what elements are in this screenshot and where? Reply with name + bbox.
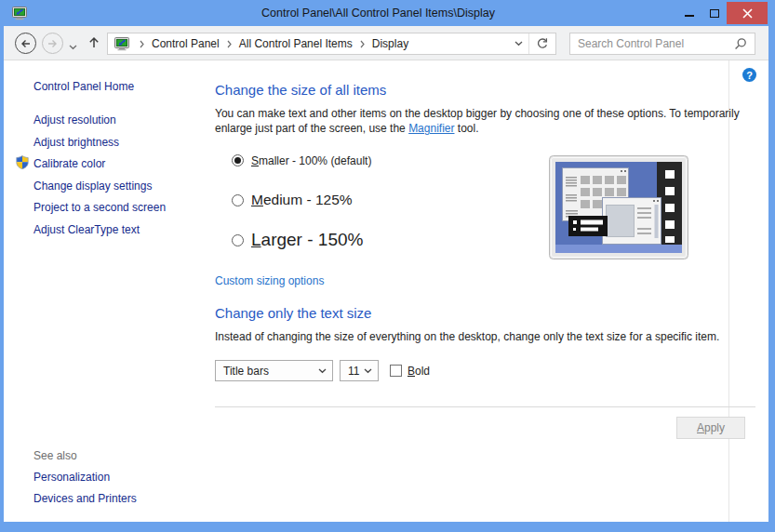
forward-button[interactable]	[42, 33, 63, 54]
sidebar-item-control-panel-home[interactable]: Control Panel Home	[33, 80, 134, 93]
search-box	[569, 33, 755, 55]
chevron-down-icon	[364, 368, 378, 374]
page-content: Control Panel Home Adjust resolution	[4, 60, 768, 522]
minimize-icon	[685, 15, 694, 17]
chevron-down-icon	[69, 45, 77, 50]
custom-sizing-options-link[interactable]: Custom sizing options	[215, 274, 324, 287]
radio-option-smaller[interactable]: Smaller - 100% (default)	[232, 153, 371, 167]
sidebar-item-project-second-screen[interactable]: Project to a second screen	[33, 201, 166, 214]
address-bar[interactable]: Control Panel All Control Panel Items Di…	[107, 33, 556, 55]
close-icon	[742, 8, 753, 19]
address-dropdown-button[interactable]	[508, 33, 528, 54]
radio-option-medium[interactable]: Medium - 125%	[232, 191, 353, 209]
apply-separator	[215, 406, 755, 407]
uac-shield-icon	[16, 155, 29, 172]
sidebar-item-adjust-brightness[interactable]: Adjust brightness	[33, 136, 119, 149]
radio-button[interactable]	[232, 154, 244, 166]
radio-option-larger[interactable]: Larger - 150%	[232, 230, 363, 250]
breadcrumb-chevron-icon	[360, 40, 365, 48]
see-also-header: See also	[33, 449, 77, 462]
breadcrumb-chevron-icon	[227, 40, 232, 48]
help-icon: ?	[746, 70, 753, 81]
caption-buttons	[676, 2, 768, 24]
radio-label: Smaller - 100% (default)	[251, 154, 371, 167]
size-section-description: You can make text and other items on the…	[215, 106, 740, 136]
display-preview-graphic	[549, 155, 688, 262]
magnifier-link[interactable]: Magnifier	[408, 122, 454, 135]
description-line-2: enlarge just part of the screen, use the…	[215, 121, 740, 136]
text-size-controls: Title bars 11 Bold	[215, 360, 430, 381]
breadcrumb-control-panel[interactable]: Control Panel	[150, 33, 221, 54]
back-button[interactable]	[15, 33, 36, 54]
search-icon[interactable]	[734, 37, 747, 50]
sidebar-item-devices-and-printers[interactable]: Devices and Printers	[33, 492, 137, 505]
radio-button[interactable]	[232, 194, 244, 206]
sidebar-item-adjust-resolution[interactable]: Adjust resolution	[33, 113, 116, 126]
refresh-button[interactable]	[529, 33, 555, 54]
title-bar: Control Panel\All Control Panel Items\Di…	[0, 0, 775, 26]
minimize-button[interactable]	[676, 2, 702, 24]
recent-pages-dropdown[interactable]	[69, 40, 77, 53]
item-type-select[interactable]: Title bars	[215, 360, 333, 381]
help-button[interactable]: ?	[742, 68, 756, 82]
apply-button[interactable]: Apply	[676, 417, 745, 439]
display-window: Control Panel\All Control Panel Items\Di…	[0, 0, 775, 532]
radio-label: Larger - 150%	[251, 230, 363, 250]
radio-label: Medium - 125%	[251, 192, 353, 208]
search-input[interactable]	[570, 37, 734, 50]
forward-arrow-icon	[47, 38, 59, 49]
maximize-icon	[710, 9, 719, 18]
breadcrumb-chevron-icon	[140, 40, 144, 48]
sidebar-item-change-display-settings[interactable]: Change display settings	[33, 180, 152, 193]
sidebar-item-personalization[interactable]: Personalization	[33, 471, 110, 484]
chevron-down-icon	[514, 41, 523, 47]
back-arrow-icon	[20, 38, 32, 49]
section-heading-size-of-all-items: Change the size of all items	[215, 82, 386, 98]
sidebar-item-calibrate-color[interactable]: Calibrate color	[33, 157, 105, 170]
maximize-button[interactable]	[702, 2, 727, 24]
item-type-value: Title bars	[223, 365, 269, 378]
breadcrumb-display[interactable]: Display	[370, 33, 410, 54]
sidebar-item-adjust-cleartype[interactable]: Adjust ClearType text	[33, 223, 140, 236]
radio-button[interactable]	[232, 234, 244, 246]
refresh-icon	[536, 37, 549, 50]
address-display-icon	[114, 36, 129, 51]
bold-checkbox[interactable]	[390, 365, 402, 377]
up-button[interactable]	[86, 34, 102, 51]
close-button[interactable]	[727, 2, 768, 24]
section-heading-text-size: Change only the text size	[215, 305, 371, 321]
breadcrumb-all-control-panel-items[interactable]: All Control Panel Items	[237, 33, 354, 54]
window-body: Control Panel All Control Panel Items Di…	[4, 26, 768, 522]
chevron-down-icon	[318, 368, 332, 374]
text-section-description: Instead of changing the size of everythi…	[215, 329, 719, 344]
description-line-1: You can make text and other items on the…	[215, 106, 740, 121]
font-size-value: 11	[348, 365, 359, 378]
navigation-toolbar: Control Panel All Control Panel Items Di…	[4, 26, 768, 60]
up-arrow-icon	[88, 36, 100, 49]
font-size-select[interactable]: 11	[340, 360, 379, 381]
display-monitor-icon	[12, 6, 27, 20]
bold-label[interactable]: Bold	[408, 365, 430, 378]
window-title: Control Panel\All Control Panel Items\Di…	[93, 7, 663, 20]
